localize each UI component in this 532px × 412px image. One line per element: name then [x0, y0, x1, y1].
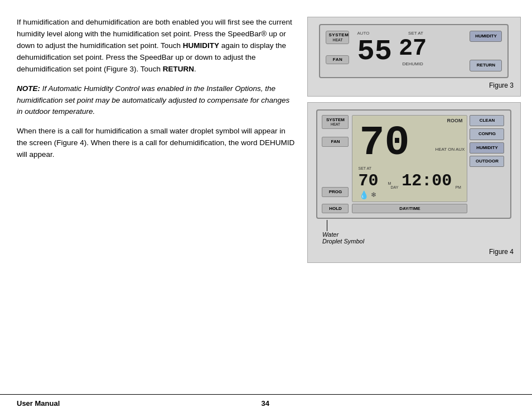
- fig4-room-label: ROOM: [447, 118, 462, 123]
- paragraph-2: When there is a call for humidification …: [17, 126, 296, 161]
- fig4-humidity-button[interactable]: HUMIDITY: [470, 142, 504, 154]
- text-registered: ®: [261, 30, 267, 38]
- fig4-clean-button[interactable]: CLEAN: [470, 115, 504, 126]
- text-humidity-bold: HUMIDITY: [183, 41, 219, 50]
- fig3-return-button[interactable]: RETURN: [470, 60, 502, 71]
- fig4-symbols-row: 💧 ❄: [355, 190, 376, 199]
- fig4-config-button[interactable]: CONFIG: [470, 128, 504, 140]
- fig4-setat-row: SET AT 70 M DAY 12:00: [355, 166, 461, 189]
- fig4-hold-button[interactable]: HOLD: [322, 204, 349, 214]
- fig4-content: SYSTEM HEAT FAN PROG HOLD: [322, 115, 506, 214]
- fig4-heat-on-aux: HEAT ON AUX: [435, 147, 465, 152]
- fig3-return-label: RETURN: [477, 63, 495, 68]
- fig4-display: ROOM 70 HEAT ON AUX SET AT 70: [352, 115, 467, 202]
- fig3-right-number: 27: [399, 37, 427, 60]
- text-p1a: If humidification and dehumidification a…: [17, 18, 292, 38]
- note-block: NOTE: If Automatic Humidity Control was …: [17, 83, 296, 118]
- fig4-left-buttons: SYSTEM HEAT FAN PROG HOLD: [322, 115, 350, 214]
- fig4-system-sub: HEAT: [323, 122, 347, 127]
- fig3-system-button[interactable]: SYSTEM HEAT: [326, 31, 349, 44]
- fig4-humidity-label: HUMIDITY: [476, 145, 498, 150]
- fig4-center: ROOM 70 HEAT ON AUX SET AT 70: [350, 115, 470, 214]
- fig4-clean-label: CLEAN: [480, 118, 495, 123]
- fig3-left-buttons: SYSTEM HEAT FAN: [326, 31, 349, 71]
- note-label: NOTE:: [17, 84, 40, 93]
- figure-4-thermostat: SYSTEM HEAT FAN PROG HOLD: [316, 109, 511, 219]
- fig3-humidity-label: HUMIDITY: [475, 33, 497, 39]
- text-p1d: .: [194, 65, 196, 73]
- fig4-daytime-button[interactable]: DAY/TIME: [352, 204, 467, 214]
- fig3-fan-button[interactable]: FAN: [326, 55, 349, 64]
- fig4-time-row: M DAY 12:00 PM: [380, 173, 461, 189]
- water-annotation: WaterDroplet Symbol: [322, 231, 364, 245]
- fig3-system-label: SYSTEM: [328, 32, 346, 38]
- fig4-fan-label: FAN: [323, 139, 347, 145]
- figure-4-container: SYSTEM HEAT FAN PROG HOLD: [307, 102, 521, 264]
- fig3-main-number: 55: [357, 37, 391, 66]
- figure-4-label: Figure 4: [315, 248, 514, 256]
- fig4-hold-label: HOLD: [323, 206, 347, 212]
- fig4-setat-label: SET AT: [358, 166, 378, 170]
- fig4-set-number: 70: [358, 173, 378, 189]
- fig4-main-number: 70: [359, 122, 409, 164]
- fig4-pm-label: PM: [455, 185, 461, 189]
- figure-3-container: SYSTEM HEAT FAN AUTO: [307, 17, 521, 97]
- fig3-dehumid-label: DEHUMID: [402, 61, 423, 66]
- footer-user-manual: User Manual: [17, 399, 60, 408]
- fig3-display: AUTO SET AT 55 27 DEHUMID: [357, 31, 462, 71]
- fig4-outdoor-label: OUTDOOR: [476, 159, 499, 164]
- fig4-m-label: M: [388, 181, 391, 185]
- fig4-fan-button[interactable]: FAN: [322, 137, 349, 147]
- fig4-system-label: SYSTEM: [323, 117, 347, 123]
- fig3-humidity-button[interactable]: HUMIDITY: [470, 31, 502, 42]
- fig4-right-buttons: CLEAN CONFIG HUMIDITY OUTDOOR: [470, 115, 506, 214]
- fig4-day-label: DAY: [390, 185, 398, 189]
- fig3-system-sub: HEAT: [328, 38, 346, 42]
- fig4-config-label: CONFIG: [478, 131, 496, 136]
- water-droplet-icon: 💧: [359, 190, 369, 199]
- text-p2: When there is a call for humidification …: [17, 127, 294, 159]
- fig4-prog-button[interactable]: PROG: [322, 187, 349, 197]
- fig3-right-buttons: HUMIDITY RETURN: [470, 31, 502, 71]
- fig4-prog-label: PROG: [323, 189, 347, 195]
- fig4-outdoor-button[interactable]: OUTDOOR: [470, 156, 504, 167]
- fig3-numbers: 55 27 DEHUMID: [357, 37, 462, 66]
- figure-3-label: Figure 3: [315, 82, 514, 89]
- footer-page-number: 34: [261, 399, 269, 408]
- fig4-system-button[interactable]: SYSTEM HEAT: [322, 115, 349, 129]
- fig3-right-section: 27 DEHUMID: [399, 37, 427, 66]
- note-text: If Automatic Humidity Control was enable…: [17, 84, 289, 116]
- fig4-daytime-label: DAY/TIME: [399, 206, 420, 211]
- page-footer: User Manual 34: [0, 394, 532, 412]
- snowflake-icon: ❄: [371, 191, 376, 199]
- figure-3-thermostat: SYSTEM HEAT FAN AUTO: [319, 24, 509, 78]
- fig3-fan-label: FAN: [328, 57, 346, 63]
- fig4-time-display: 12:00: [402, 173, 452, 189]
- paragraph-1: If humidification and dehumidification a…: [17, 17, 296, 75]
- text-return-bold: RETURN: [163, 65, 194, 73]
